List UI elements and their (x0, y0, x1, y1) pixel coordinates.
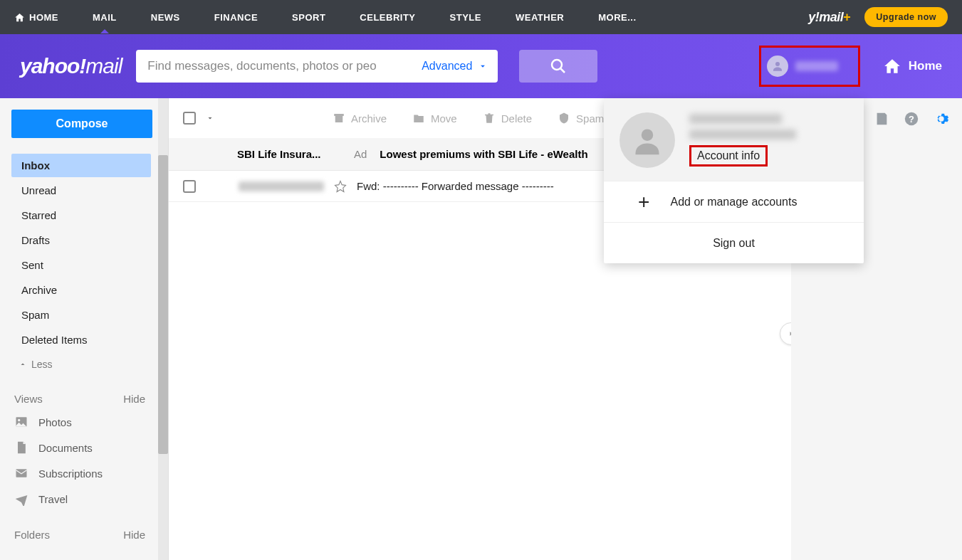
less-toggle[interactable]: Less (11, 353, 168, 376)
sidebar: Compose Inbox Unread Starred Drafts Sent… (0, 98, 168, 560)
move-button[interactable]: Move (412, 112, 457, 125)
svg-point-2 (775, 62, 780, 66)
home-icon (14, 12, 25, 23)
subscriptions-icon (14, 466, 28, 480)
add-manage-accounts-link[interactable]: + Add or manage accounts (604, 181, 864, 222)
account-info-link[interactable]: Account info (689, 145, 768, 167)
view-documents[interactable]: Documents (11, 435, 168, 460)
help-icon[interactable]: ? (904, 111, 919, 127)
plus-icon: + (638, 191, 649, 213)
folder-inbox[interactable]: Inbox (11, 154, 151, 177)
svg-point-4 (18, 419, 20, 421)
spam-icon (558, 112, 570, 125)
nav-mail[interactable]: MAIL (93, 12, 117, 23)
account-popover: Account info + Add or manage accounts Si… (604, 98, 864, 263)
select-dropdown-icon[interactable] (206, 114, 214, 122)
folder-drafts[interactable]: Drafts (11, 228, 151, 252)
svg-rect-7 (335, 116, 343, 122)
search-box: Advanced (136, 50, 498, 83)
delete-button[interactable]: Delete (483, 112, 532, 125)
nav-sport[interactable]: SPORT (292, 12, 325, 23)
view-photos[interactable]: Photos (11, 409, 168, 435)
photos-icon (14, 415, 28, 429)
sign-out-link[interactable]: Sign out (604, 222, 864, 263)
star-icon[interactable] (334, 180, 347, 193)
popover-header: Account info (604, 98, 864, 181)
view-subscriptions[interactable]: Subscriptions (11, 460, 168, 486)
move-icon (412, 112, 425, 125)
top-nav: HOME MAIL NEWS FINANCE SPORT CELEBRITY S… (0, 0, 962, 34)
home-icon (883, 57, 901, 75)
nav-home-label: HOME (29, 12, 58, 23)
spam-button[interactable]: Spam (558, 112, 604, 125)
folder-archive[interactable]: Archive (11, 278, 151, 302)
profile-name (795, 61, 838, 71)
nav-weather[interactable]: WEATHER (516, 12, 564, 23)
views-header: Views Hide (11, 389, 147, 409)
avatar-large-icon (619, 112, 675, 168)
nav-news[interactable]: NEWS (151, 12, 180, 23)
folder-starred[interactable]: Starred (11, 204, 151, 227)
nav-more[interactable]: MORE... (598, 12, 636, 23)
travel-icon (14, 492, 28, 506)
settings-gear-icon[interactable] (934, 111, 949, 127)
notepad-icon[interactable] (874, 111, 889, 127)
ad-subject: Lowest premiums with SBI Life - eWealth (380, 148, 587, 160)
ad-sender: SBI Life Insura... (237, 148, 351, 160)
view-travel[interactable]: Travel (11, 486, 168, 512)
search-button[interactable] (519, 50, 597, 83)
message-sender (239, 181, 324, 191)
nav-home[interactable]: HOME (14, 12, 58, 23)
sidebar-scrollbar[interactable] (158, 98, 168, 560)
nav-celebrity[interactable]: CELEBRITY (360, 12, 415, 23)
svg-text:?: ? (909, 114, 914, 125)
svg-point-10 (642, 129, 654, 141)
folders-hide-link[interactable]: Hide (123, 529, 145, 541)
content-area: Compose Inbox Unread Starred Drafts Sent… (0, 98, 962, 560)
yahoo-mail-logo: yahoo!mail (20, 54, 122, 78)
search-input[interactable] (136, 59, 412, 73)
brand-logo: y!mail+ (808, 10, 850, 25)
ad-tag: Ad (354, 148, 367, 160)
advanced-search-link[interactable]: Advanced (412, 60, 498, 73)
svg-line-1 (560, 68, 565, 73)
chevron-down-icon (478, 61, 488, 71)
mail-header: yahoo!mail Advanced Home (0, 34, 962, 98)
folder-spam[interactable]: Spam (11, 303, 151, 327)
views-hide-link[interactable]: Hide (123, 393, 145, 405)
archive-icon (333, 112, 345, 125)
archive-button[interactable]: Archive (333, 112, 387, 125)
folders-header: Folders Hide (11, 524, 147, 545)
folder-unread[interactable]: Unread (11, 179, 151, 202)
avatar-icon (767, 56, 788, 77)
nav-style[interactable]: STYLE (450, 12, 481, 23)
chevron-up-icon (19, 360, 27, 369)
delete-icon (483, 112, 496, 125)
folder-deleted[interactable]: Deleted Items (11, 328, 151, 352)
svg-point-0 (552, 60, 562, 70)
upgrade-button[interactable]: Upgrade now (864, 7, 948, 27)
svg-rect-6 (334, 114, 344, 116)
search-icon (550, 58, 567, 75)
account-name (689, 114, 782, 124)
folder-sent[interactable]: Sent (11, 253, 151, 277)
folder-list: Inbox Unread Starred Drafts Sent Archive… (11, 154, 168, 376)
profile-menu-trigger[interactable] (759, 46, 860, 87)
account-email (689, 130, 796, 139)
message-subject: Fwd: ---------- Forwarded message ------… (357, 180, 554, 192)
nav-finance[interactable]: FINANCE (214, 12, 258, 23)
documents-icon (14, 440, 28, 455)
svg-rect-5 (16, 469, 27, 477)
home-link[interactable]: Home (883, 57, 942, 75)
message-checkbox[interactable] (183, 180, 196, 193)
compose-button[interactable]: Compose (11, 110, 152, 138)
select-all-checkbox[interactable] (183, 112, 196, 125)
